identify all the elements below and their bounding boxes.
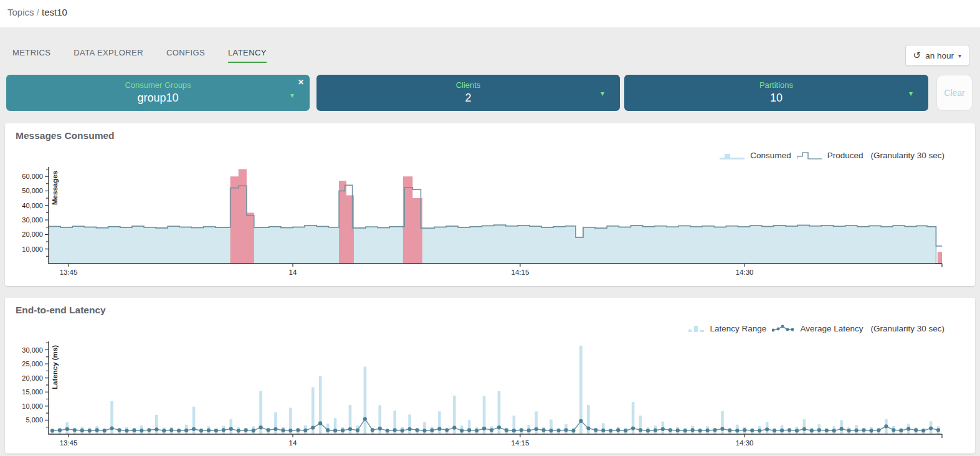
average-latency-dot <box>50 429 54 432</box>
average-latency-dot <box>527 429 531 432</box>
average-latency-dot <box>147 428 151 432</box>
latency-range-bar <box>408 414 411 434</box>
average-latency-dot <box>132 429 136 432</box>
breadcrumb-topics-link[interactable]: Topics <box>7 7 34 17</box>
average-latency-dot <box>698 429 702 432</box>
average-latency-dot <box>586 426 590 430</box>
average-latency-dot <box>184 429 188 432</box>
produced-step-icon <box>797 151 822 160</box>
y-tick-label: 20,000 <box>22 230 43 238</box>
end-to-end-latency-chart: 5,00010,00015,00020,00025,00030,00013:45… <box>5 336 975 452</box>
clients-label: Clients <box>316 75 620 90</box>
x-tick-label: 14 <box>289 439 297 447</box>
y-tick-label: 10,000 <box>22 245 43 253</box>
tab-metrics[interactable]: METRICS <box>12 48 50 63</box>
average-latency-dot <box>854 429 858 432</box>
average-latency-dot <box>616 428 620 432</box>
time-range-button[interactable]: ↺ an hour ▾ <box>905 45 969 66</box>
average-latency-dot <box>929 426 933 430</box>
legend-label-produced: Produced <box>827 151 863 160</box>
average-latency-dot <box>318 421 322 425</box>
average-latency-dot <box>825 429 829 432</box>
consumed-area-icon <box>720 151 745 160</box>
latency-range-bars-icon <box>688 325 705 333</box>
consumer-groups-label: Consumer Groups <box>6 75 310 90</box>
average-latency-dot <box>386 429 389 432</box>
average-latency-dot <box>348 427 352 431</box>
average-latency-dot <box>549 429 553 432</box>
average-latency-dot <box>363 417 367 421</box>
x-tick-label: 13:45 <box>60 439 78 447</box>
consumer-groups-dropdown[interactable]: Consumer Groups group10 ✕ ▾ <box>6 75 310 111</box>
tab-latency[interactable]: LATENCY <box>228 48 267 63</box>
partitions-dropdown[interactable]: Partitions 10 ▾ <box>624 75 928 111</box>
average-latency-dot <box>884 424 888 428</box>
x-tick-label: 14:30 <box>736 268 754 276</box>
average-latency-dot <box>840 427 844 430</box>
average-latency-dot <box>356 429 359 432</box>
latency-range-bar <box>803 419 806 434</box>
x-tick-label: 14 <box>289 268 297 276</box>
average-latency-dot <box>832 429 836 432</box>
latency-range-bar <box>229 419 232 434</box>
consumer-groups-value: group10 <box>6 92 310 105</box>
y-tick-label: 25,000 <box>22 360 43 368</box>
latency-chart-legend: Latency Range Average Latency (Granulari… <box>688 324 944 333</box>
average-latency-dot <box>430 429 434 432</box>
tab-data-explorer[interactable]: DATA EXPLORER <box>74 48 143 63</box>
x-tick-label: 14:15 <box>511 268 530 276</box>
average-latency-dot <box>169 428 173 432</box>
messages-chart-legend: Consumed Produced (Granularity 30 sec) <box>720 151 944 160</box>
average-latency-dot <box>758 429 761 432</box>
average-latency-dot <box>847 429 851 432</box>
average-latency-dot <box>103 429 107 432</box>
average-latency-dot <box>393 428 397 432</box>
average-latency-dot <box>437 427 441 430</box>
legend-label-consumed: Consumed <box>750 151 791 160</box>
average-latency-dot <box>780 429 784 432</box>
average-latency-dot <box>556 429 560 432</box>
breadcrumb-separator: / <box>37 7 39 17</box>
average-latency-dot <box>512 429 516 432</box>
y-tick-label: 10,000 <box>22 402 43 410</box>
consumed-area <box>49 225 942 264</box>
average-latency-dot <box>728 429 731 432</box>
average-latency-dot <box>73 428 77 432</box>
average-latency-dot <box>877 429 880 432</box>
legend-label-average-latency: Average Latency <box>800 324 863 333</box>
average-latency-dot <box>401 429 404 432</box>
average-latency-dot <box>869 429 873 432</box>
average-latency-dot <box>95 428 99 432</box>
average-latency-dot <box>303 429 307 432</box>
average-latency-dot <box>564 428 568 432</box>
average-latency-dot <box>222 428 226 432</box>
time-range-label: an hour <box>925 51 954 60</box>
average-latency-dot <box>720 427 724 430</box>
granularity-note: (Granularity 30 sec) <box>870 324 944 333</box>
average-latency-dot <box>259 425 262 429</box>
consumed-spike <box>231 169 254 264</box>
average-latency-dot <box>810 429 814 432</box>
average-latency-dot <box>333 429 337 432</box>
tab-bar: METRICS DATA EXPLORER CONFIGS LATENCY <box>12 48 267 63</box>
average-latency-dot <box>654 429 657 432</box>
tab-configs[interactable]: CONFIGS <box>166 48 205 63</box>
average-latency-dot <box>646 429 650 432</box>
average-latency-dot <box>691 428 695 432</box>
close-icon[interactable]: ✕ <box>298 78 304 87</box>
average-latency-dot <box>445 428 449 432</box>
average-latency-dot <box>795 429 799 432</box>
average-latency-dot <box>65 427 69 431</box>
average-latency-dot <box>155 427 158 431</box>
clear-filters-button[interactable]: Clear <box>936 75 973 111</box>
y-axis-label: Latency (ms) <box>51 345 59 389</box>
average-latency-dot <box>921 429 925 432</box>
average-latency-dot <box>378 427 382 430</box>
average-latency-dot <box>244 428 248 432</box>
average-latency-dot <box>579 419 583 423</box>
average-latency-dot <box>631 426 635 430</box>
average-latency-dot <box>914 428 918 432</box>
y-tick-label: 30,000 <box>22 346 43 354</box>
average-latency-dot <box>594 428 597 432</box>
clients-dropdown[interactable]: Clients 2 ▾ <box>316 75 620 111</box>
